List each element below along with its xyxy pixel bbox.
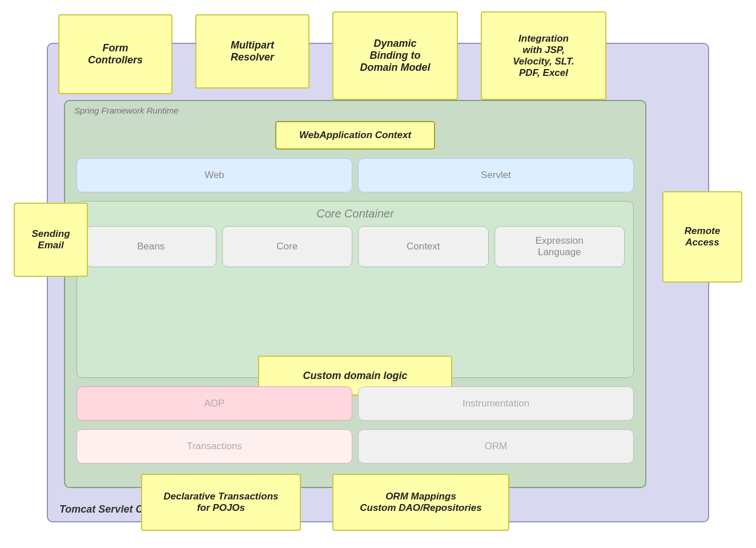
beans-box: Beans [86,226,216,267]
beans-label: Beans [137,241,164,252]
remote-access-sticky: Remote Access [662,191,742,283]
servlet-label: Servlet [481,170,511,181]
expression-language-box: Expression Language [494,226,625,267]
webapp-context-label: WebApplication Context [299,130,411,141]
dynamic-binding-sticky: Dynamic Binding to Domain Model [332,11,458,100]
multipart-resolver-label: Multipart Resolver [231,39,274,63]
dynamic-binding-label: Dynamic Binding to Domain Model [360,38,430,74]
beans-row: Beans Core Context Expression Language [77,220,633,273]
core-label: Core [276,241,297,252]
form-controllers-label: Form Controllers [88,42,143,66]
transactions-label: Transactions [187,441,242,452]
sending-email-sticky: Sending Email [14,203,88,277]
orm-mappings-label: ORM Mappings Custom DAO/Repositories [360,491,481,514]
aop-box: AOP [77,386,352,421]
custom-domain-label: Custom domain logic [303,370,407,382]
servlet-box: Servlet [358,158,634,192]
integration-label: Integration with JSP, Velocity, SLT. PDF… [513,33,574,79]
orm-mappings-sticky: ORM Mappings Custom DAO/Repositories [332,474,509,531]
expression-language-label: Expression Language [536,235,584,258]
sending-email-label: Sending Email [31,228,70,251]
instrumentation-box: Instrumentation [358,386,634,421]
web-box: Web [77,158,352,192]
orm-label: ORM [485,441,508,452]
webapp-context-box: WebApplication Context [275,121,435,150]
form-controllers-sticky: Form Controllers [58,14,172,94]
declarative-tx-label: Declarative Transactions for POJOs [164,491,279,514]
spring-container: Spring Framework Runtime WebApplication … [64,100,646,488]
core-container-label: Core Container [77,202,633,220]
spring-label: Spring Framework Runtime [74,106,179,115]
diagram-wrapper: Tomcat Servlet Container Spring Framewor… [13,9,743,539]
multipart-resolver-sticky: Multipart Resolver [195,14,309,88]
remote-access-label: Remote Access [685,225,720,248]
web-label: Web [204,170,224,181]
integration-sticky: Integration with JSP, Velocity, SLT. PDF… [481,11,606,100]
context-label: Context [407,241,440,252]
context-box: Context [358,226,489,267]
aop-instrumentation-row: AOP Instrumentation [77,386,634,421]
aop-label: AOP [204,398,225,409]
instrumentation-label: Instrumentation [463,398,529,409]
orm-box: ORM [358,429,634,464]
core-box: Core [222,226,353,267]
declarative-tx-sticky: Declarative Transactions for POJOs [141,474,301,531]
transactions-orm-row: Transactions ORM [77,429,634,464]
core-container: Core Container Beans Core Context Expres… [77,201,634,378]
web-servlet-row: Web Servlet [77,158,634,192]
transactions-box: Transactions [77,429,352,464]
